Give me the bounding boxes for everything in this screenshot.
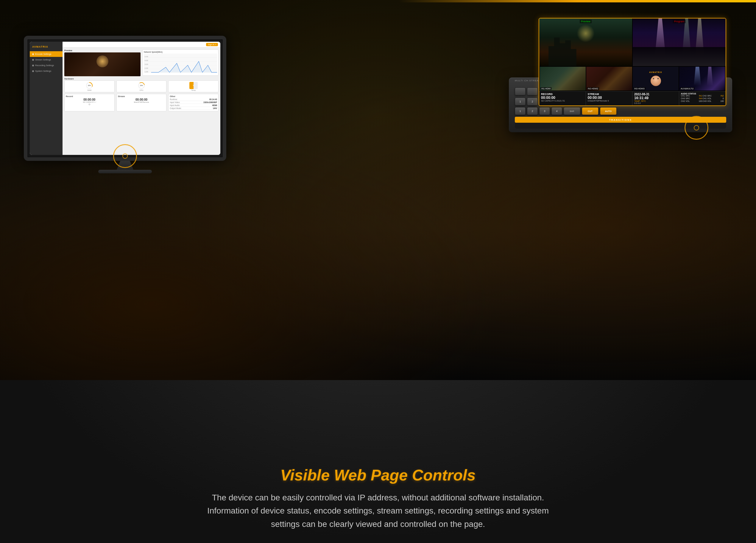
chart-title: Network Speed(Mb/s) <box>144 51 217 53</box>
audio-status-label: AUDIO STATUS <box>681 93 724 95</box>
cpu-circle: 20% <box>138 82 145 89</box>
nav-system-settings[interactable]: System Settings <box>30 68 63 74</box>
svg-text:4.00: 4.00 <box>144 60 148 61</box>
ch2-content <box>586 67 632 90</box>
program-window: Program <box>633 18 726 66</box>
nav-stream-settings[interactable]: Stream Settings <box>30 57 63 63</box>
pvw-btn-2[interactable]: 2 <box>527 107 538 115</box>
ch1-content <box>540 67 586 90</box>
input-audio-line: Input Audio: HDMI <box>170 104 217 107</box>
preview-content <box>64 52 141 76</box>
svg-text:5.00: 5.00 <box>144 56 148 57</box>
pgm-btn-2[interactable]: 2 <box>527 98 538 105</box>
web-logo: AVMATRIX <box>30 43 63 51</box>
nav-encode-settings[interactable]: Encode Settings <box>30 51 63 57</box>
monitor-bezel: AVMATRIX Encode Settings Stream Settings… <box>24 36 226 161</box>
auto-button[interactable]: AUTO <box>600 107 617 115</box>
ch4-content <box>679 67 725 90</box>
temp-label: Temp <box>169 89 217 91</box>
audio-status: AUDIO STATUS CH1 SRC IN1 CH2 SRC IN2 CH3… <box>679 91 726 105</box>
nav-dot <box>32 70 34 72</box>
audio-row-4: CH1 VOL 0 <box>702 97 724 99</box>
temp-stat: °C Temp <box>168 80 219 92</box>
main-container: AVMATRIX Encode Settings Stream Settings… <box>24 18 732 543</box>
preview-box <box>64 52 141 76</box>
beam-1 <box>693 67 702 86</box>
ram-stat: 30% RAM <box>64 80 115 92</box>
status-ip: 0.0.0.0 <box>634 102 677 104</box>
monitor-display: AVMATRIX Encode Settings Stream Settings… <box>24 36 226 173</box>
signin-button[interactable]: Sign In > <box>206 43 218 46</box>
output-mode-line: Output Mode: UHV <box>170 107 217 110</box>
web-content: Sign In > Preview <box>63 42 220 155</box>
web-main-content: Preview Network Speed(Mb/s) <box>63 48 220 113</box>
record-icon: ⊙ <box>66 103 113 106</box>
pvw-btn-4[interactable]: 4 <box>551 107 562 115</box>
pgm-btn-1[interactable]: 1 <box>515 98 526 105</box>
ram-circle: 30% <box>86 82 93 89</box>
ch4-bg <box>679 67 725 90</box>
web-top-row: Preview Network Speed(Mb/s) <box>64 49 219 76</box>
network-chart: 5.00 4.00 3.00 2.00 1.00 <box>144 54 217 73</box>
input-video-line: Input Video: 1920x1080/60P <box>170 101 217 104</box>
stream-rtmp: MainRTMPRemote <box>118 101 165 103</box>
svg-text:3.00: 3.00 <box>144 63 148 65</box>
svg-text:30%: 30% <box>88 85 91 86</box>
page-description: The device can be easily controlled via … <box>140 491 616 531</box>
audio-row-6: CH3 VOL 100 <box>702 100 724 102</box>
ui-panel-content: Preview Program <box>539 18 726 106</box>
pvw-bar-btn[interactable]: BAR <box>564 107 580 115</box>
pvw-btn-1[interactable]: 1 <box>515 107 526 115</box>
sw-btn-1[interactable] <box>515 88 526 95</box>
preview-image <box>539 18 632 66</box>
record-box: Record 00:00:00 SD CAPACITY: / ⊙ <box>64 94 115 111</box>
record-header: Record <box>66 95 113 97</box>
nav-recording-settings[interactable]: Recording Settings <box>30 63 63 68</box>
ch1-label: IN1-HDMI <box>540 87 551 90</box>
ch4-label: AUX&MULTI2 <box>680 87 694 90</box>
switcher-circle-inner <box>694 125 699 130</box>
stream-time: 00:00:00 <box>118 98 165 101</box>
program-label: Program <box>673 20 686 23</box>
monitor-screen: AVMATRIX Encode Settings Stream Settings… <box>30 42 220 155</box>
temp-label: TEMP: <box>634 100 640 102</box>
top-gold-bar <box>399 0 756 2</box>
ch2-label: IN2-HDMI2 <box>587 87 599 90</box>
preview-label: Preview <box>580 20 592 23</box>
cpu-label: CPU <box>118 89 166 91</box>
cpu-stat: 20% CPU <box>116 80 167 92</box>
ch3-label: IN3-HDMI3 <box>633 87 646 90</box>
ram-label: RAM <box>66 89 113 91</box>
svg-text:2.00: 2.00 <box>144 67 148 69</box>
pvw-btn-3[interactable]: 3 <box>539 107 550 115</box>
web-ui-interface: AVMATRIX Encode Settings Stream Settings… <box>30 42 220 155</box>
web-chart-section: Network Speed(Mb/s) <box>142 49 219 76</box>
avmatrix-logo-small: AVMATRIX <box>649 71 662 73</box>
face-eye-left <box>653 78 654 79</box>
audio-row-2: CH2 SRC IN2 <box>702 95 724 97</box>
stream-header: Stream <box>118 95 165 97</box>
crowd-silhouette <box>633 47 726 66</box>
runtime-line: Runtime: 00:14:43 <box>170 98 217 101</box>
status-bar: RECORD 00:00:00 SD CAPACITY:3.5G/3.7G ST… <box>539 91 726 105</box>
nav-dot <box>32 59 34 61</box>
sw-btn-2[interactable] <box>527 88 538 95</box>
preview-light-effect <box>577 24 595 42</box>
web-hardware-row: Hardware 30% <box>64 78 219 92</box>
other-header: Other <box>170 95 217 97</box>
ch3-content: AVMATRIX <box>633 67 679 90</box>
record-sd-info: SD CAPACITY:3.5G/3.7G <box>541 100 584 102</box>
audio-row-1: CH1 SRC IN1 <box>681 95 702 97</box>
ch2-bg <box>586 67 632 90</box>
channel-4-preview: AUX&MULTI2 <box>679 67 725 90</box>
svg-text:20%: 20% <box>140 85 143 86</box>
monitor-circle-inner <box>122 153 128 159</box>
web-topbar: Sign In > <box>63 42 220 48</box>
web-sidebar: AVMATRIX Encode Settings Stream Settings… <box>30 42 63 155</box>
preview-program-row: Preview Program <box>539 18 726 66</box>
web-preview-section: Preview <box>64 49 141 76</box>
cut-button[interactable]: CUT <box>582 107 598 115</box>
beam-2 <box>706 67 714 86</box>
nav-dot <box>32 53 34 55</box>
monitor-circle-deco <box>113 144 137 168</box>
